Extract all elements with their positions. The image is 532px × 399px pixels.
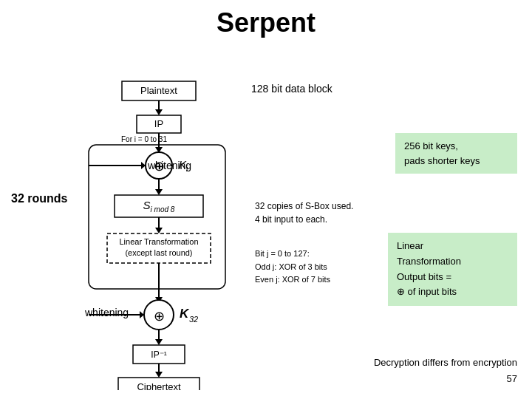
decryption-note: Decryption differs from encryption — [374, 357, 517, 368]
keys-title: 256 bit keys, — [404, 140, 458, 151]
linear-line3: ⊕ of input bits — [397, 286, 457, 297]
svg-text:IP⁻¹: IP⁻¹ — [151, 349, 166, 360]
svg-text:For i = 0 to 31: For i = 0 to 31 — [121, 135, 167, 143]
sbox-annotation: 32 copies of S-Box used. 4 bit input to … — [255, 200, 353, 226]
rounds-label: 32 rounds — [11, 192, 67, 205]
linear-title: Linear — [397, 240, 423, 251]
page-number: 57 — [507, 373, 517, 384]
bit-note: Bit j = 0 to 127: Odd j: XOR of 3 bits E… — [255, 248, 330, 287]
svg-marker-32 — [140, 311, 144, 318]
svg-text:IP: IP — [154, 118, 163, 129]
svg-text:Plaintext: Plaintext — [140, 85, 177, 96]
bit-note-line3: Even j: XOR of 7 bits — [255, 275, 330, 284]
whitening-bottom-label: whitening — [85, 307, 129, 318]
sbox-note-line1: 32 copies of S-Box used. — [255, 201, 353, 211]
svg-marker-3 — [155, 109, 163, 115]
linear-line2: Output bits = — [397, 271, 451, 282]
svg-text:32: 32 — [189, 315, 198, 324]
sbox-note-line2: 4 bit input to each. — [255, 214, 327, 225]
keys-subtitle: pads shorter keys — [404, 155, 480, 166]
svg-text:Linear Transformation: Linear Transformation — [120, 237, 199, 246]
svg-text:Ciphertext: Ciphertext — [137, 381, 181, 390]
svg-text:(except last round): (except last round) — [125, 248, 192, 257]
keys-annotation: 256 bit keys, pads shorter keys — [395, 133, 517, 174]
whitening-top-label: whitening — [148, 160, 191, 171]
svg-text:K: K — [180, 307, 190, 321]
svg-text:⊕: ⊕ — [154, 309, 165, 324]
svg-marker-38 — [155, 372, 163, 378]
svg-marker-17 — [155, 189, 163, 195]
diagram-svg: Plaintext IP For i = 0 to 31 ⊕ K i Si mo… — [74, 80, 244, 390]
svg-marker-34 — [155, 339, 163, 345]
page-title: Serpent — [0, 0, 532, 38]
bit-note-line1: Bit j = 0 to 127: — [255, 249, 310, 258]
bit-note-line2: Odd j: XOR of 3 bits — [255, 262, 327, 271]
svg-marker-21 — [155, 228, 163, 233]
svg-marker-15 — [141, 162, 146, 169]
linear-annotation: Linear Transformation Output bits = ⊕ of… — [388, 233, 517, 306]
bit-block-annotation: 128 bit data block — [251, 83, 332, 95]
linear-line1: Transformation — [397, 256, 461, 267]
